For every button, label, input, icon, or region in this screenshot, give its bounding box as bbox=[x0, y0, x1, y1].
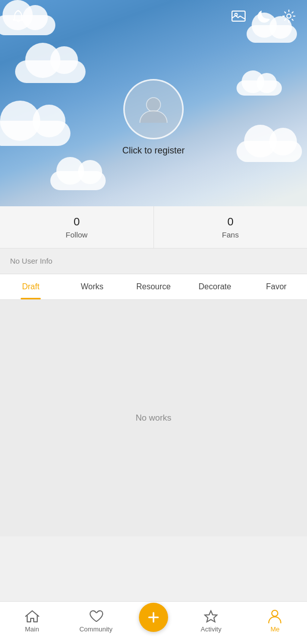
notification-button[interactable] bbox=[10, 8, 26, 24]
nav-add[interactable] bbox=[128, 603, 179, 639]
user-info-text: No User Info bbox=[10, 257, 52, 265]
top-bar bbox=[0, 0, 307, 32]
follow-label: Follow bbox=[66, 230, 88, 239]
person-icon bbox=[268, 609, 282, 623]
cloud-6 bbox=[237, 141, 302, 162]
image-icon-button[interactable] bbox=[231, 8, 247, 24]
tab-decorate[interactable]: Decorate bbox=[184, 274, 246, 299]
nav-activity[interactable]: Activity bbox=[179, 609, 243, 633]
fans-stat[interactable]: 0 Fans bbox=[154, 206, 308, 248]
stats-section: 0 Follow 0 Fans bbox=[0, 206, 307, 249]
fans-count: 0 bbox=[227, 215, 234, 228]
svg-point-6 bbox=[272, 610, 278, 616]
nav-me[interactable]: Me bbox=[243, 609, 307, 633]
svg-point-0 bbox=[18, 10, 19, 12]
svg-point-3 bbox=[287, 14, 291, 18]
content-area: No works bbox=[0, 300, 307, 536]
tab-resource[interactable]: Resource bbox=[123, 274, 184, 299]
top-bar-right bbox=[231, 8, 297, 24]
tab-draft[interactable]: Draft bbox=[0, 274, 61, 299]
add-button[interactable] bbox=[139, 603, 168, 632]
nav-main[interactable]: Main bbox=[0, 609, 64, 633]
follow-count: 0 bbox=[73, 215, 80, 228]
svg-point-4 bbox=[146, 98, 161, 112]
settings-icon-button[interactable] bbox=[281, 8, 297, 24]
tab-favor[interactable]: Favor bbox=[246, 274, 307, 299]
heart-icon bbox=[89, 609, 103, 623]
fans-label: Fans bbox=[222, 230, 239, 239]
avatar-section[interactable]: Click to register bbox=[122, 79, 185, 156]
tabs: Draft Works Resource Decorate Favor bbox=[0, 274, 307, 300]
avatar[interactable] bbox=[123, 79, 184, 139]
nav-community[interactable]: Community bbox=[64, 609, 128, 633]
nav-main-label: Main bbox=[25, 625, 39, 633]
follow-stat[interactable]: 0 Follow bbox=[0, 206, 154, 248]
nav-community-label: Community bbox=[80, 625, 113, 633]
hero-section: Click to register bbox=[0, 0, 307, 206]
cloud-3 bbox=[15, 60, 86, 83]
no-works-text: No works bbox=[136, 413, 172, 423]
cloud-7 bbox=[50, 171, 106, 190]
home-icon bbox=[25, 609, 39, 623]
tab-works[interactable]: Works bbox=[61, 274, 123, 299]
user-info-bar: No User Info bbox=[0, 249, 307, 274]
cloud-5 bbox=[0, 121, 70, 146]
bottom-nav: Main Community Activity bbox=[0, 601, 307, 644]
nav-activity-label: Activity bbox=[201, 625, 221, 633]
star-icon bbox=[204, 609, 218, 623]
moon-icon-button[interactable] bbox=[256, 8, 272, 24]
cloud-4 bbox=[237, 80, 282, 96]
nav-me-label: Me bbox=[270, 625, 279, 633]
register-text[interactable]: Click to register bbox=[122, 145, 185, 156]
svg-marker-5 bbox=[205, 611, 217, 622]
